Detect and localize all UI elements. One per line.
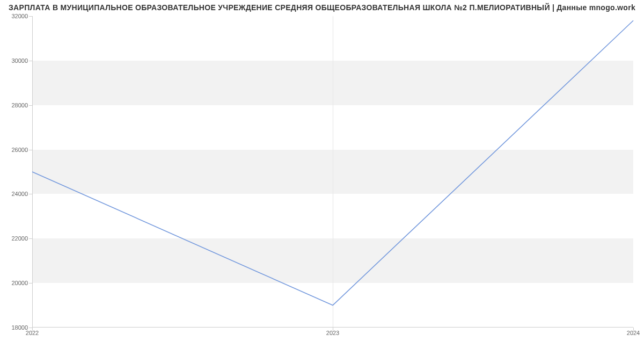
y-tick-label: 28000 xyxy=(1,102,28,108)
y-tick-label: 26000 xyxy=(1,147,28,153)
y-tick-label: 32000 xyxy=(1,13,28,19)
x-tick xyxy=(32,328,33,331)
y-tick-label: 30000 xyxy=(1,57,28,64)
chart-title: ЗАРПЛАТА В МУНИЦИПАЛЬНОЕ ОБРАЗОВАТЕЛЬНОЕ… xyxy=(0,3,644,12)
x-tick xyxy=(633,328,634,331)
plot-area xyxy=(32,16,633,328)
y-tick-label: 22000 xyxy=(1,235,28,242)
chart-container: ЗАРПЛАТА В МУНИЦИПАЛЬНОЕ ОБРАЗОВАТЕЛЬНОЕ… xyxy=(0,0,644,349)
y-tick-label: 24000 xyxy=(1,191,28,197)
x-tick xyxy=(333,328,333,331)
y-tick-label: 20000 xyxy=(1,280,28,286)
line-series xyxy=(32,16,633,328)
y-tick-label: 18000 xyxy=(1,324,28,331)
